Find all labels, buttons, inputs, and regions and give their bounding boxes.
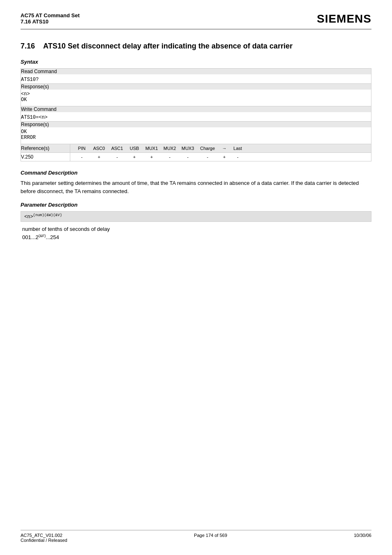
footer-doc-id: AC75_ATC_V01.002 [21,533,67,538]
parameter-description-heading: Parameter Description [21,202,371,208]
footer-page-number: Page 174 of 569 [194,533,227,543]
footer-left: AC75_ATC_V01.002 Confidential / Released [21,533,67,543]
reference-header-row: Reference(s) PIN ASC0 ASC1 USB MUX1 MUX2… [21,144,371,153]
pin-value-mux2: - [161,154,179,159]
param-range-prefix: 001...2 [22,234,39,240]
param-name-row: <n>(num)(&W)(&V) [21,211,371,222]
header-title-line2: 7.16 ATS10 [21,18,80,25]
pin-value-mux3: - [179,154,197,159]
pin-value-last: - [231,154,245,159]
param-name-prefix: <n> [24,214,33,220]
section-title: ATS10 Set disconnect delay after indicat… [43,42,293,51]
pin-header-last: Last [231,146,245,151]
command-description-text: This parameter setting determines the am… [21,179,371,195]
pin-header-mux2: MUX2 [161,146,179,151]
write-command-value-row: ATS10=<n> [21,112,371,122]
siemens-logo: SIEMENS [317,12,371,25]
param-text: number of tenths of seconds of delay [21,226,371,232]
param-range: 001...2(&F)...254 [21,234,371,240]
pin-header-asc0: ASC0 [90,146,108,151]
pin-header-pin: PIN [74,146,90,151]
pin-header-usb: USB [126,146,143,151]
read-response-values: <n> OK [21,90,371,106]
section-heading: 7.16 ATS10 Set disconnect delay after in… [21,42,371,51]
pin-value-usb: + [126,154,143,159]
footer-date: 10/30/06 [354,533,371,543]
page-footer: AC75_ATC_V01.002 Confidential / Released… [21,530,371,543]
write-response-error: ERROR [21,135,371,140]
header-left: AC75 AT Command Set 7.16 ATS10 [21,12,80,25]
write-command-label: Write Command [21,106,371,113]
write-response-label: Response(s) [21,122,371,128]
pin-header-asc1: ASC1 [108,146,126,151]
param-range-sup: (&F) [39,234,46,238]
footer-confidentiality: Confidential / Released [21,538,67,543]
pin-headers: PIN ASC0 ASC1 USB MUX1 MUX2 MUX3 Charge … [70,144,371,152]
read-command-value-row: ATS10? [21,74,371,84]
param-name-sup: (num)(&W)(&V) [33,213,62,217]
header-title-line1: AC75 AT Command Set [21,12,80,18]
pin-header-mux3: MUX3 [179,146,197,151]
pin-header-charge: Charge [197,146,218,151]
syntax-label: Syntax [21,59,371,65]
pin-values: - + - + + - - - + - [70,153,371,161]
write-command-header-row: Write Command [21,106,371,113]
param-range-suffix: ...254 [46,234,59,240]
write-response-values: OK ERROR [21,127,371,144]
page-header: AC75 AT Command Set 7.16 ATS10 SIEMENS [21,12,371,25]
pin-value-asc0: + [90,154,108,159]
syntax-table: Read Command ATS10? Response(s) <n> OK W… [21,68,371,161]
read-response-label: Response(s) [21,84,371,90]
section-number: 7.16 [21,42,35,51]
reference-label: Reference(s) [21,144,70,153]
pin-header-mux1: MUX1 [143,146,161,151]
pin-header-arrow: → [218,146,231,151]
read-response-header-row: Response(s) [21,84,371,90]
pin-value-charge: - [197,154,218,159]
read-command-header-row: Read Command [21,69,371,75]
read-response-ok: OK [21,97,371,103]
command-description-heading: Command Description [21,170,371,176]
write-command-value: ATS10=<n> [21,112,371,122]
pin-value-mux1: + [143,154,161,159]
header-divider [21,29,371,30]
write-response-values-row: OK ERROR [21,127,371,144]
write-response-ok: OK [21,129,371,135]
pin-headers-cell: PIN ASC0 ASC1 USB MUX1 MUX2 MUX3 Charge … [70,144,371,153]
read-command-label: Read Command [21,69,371,75]
pin-value-asc1: - [108,154,126,159]
read-command-value: ATS10? [21,74,371,84]
reference-value: V.250 [21,153,70,161]
write-response-header-row: Response(s) [21,122,371,128]
pin-value-arrow: + [218,154,231,159]
pin-value-pin: - [74,154,90,159]
read-response-n: <n> [21,91,371,97]
reference-value-row: V.250 - + - + + - - - + - [21,153,371,161]
pin-values-cell: - + - + + - - - + - [70,153,371,161]
read-response-values-row: <n> OK [21,90,371,106]
